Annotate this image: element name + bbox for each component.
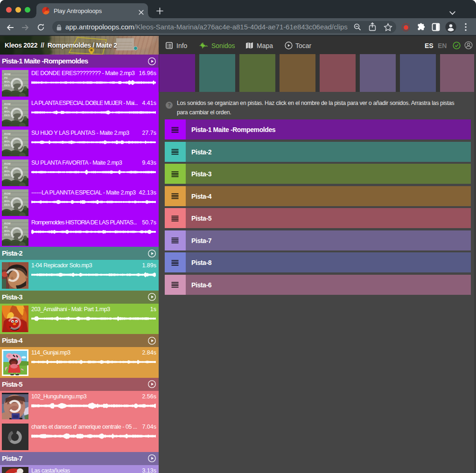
svg-text:MOL: MOL [4, 200, 10, 202]
svg-text:ROM: ROM [4, 73, 11, 76]
svg-text:ROM: ROM [4, 103, 11, 105]
svg-text:ROM: ROM [4, 162, 11, 165]
svg-text:PE: PE [4, 166, 8, 169]
svg-text:PE: PE [4, 226, 8, 229]
svg-text:ROM: ROM [4, 192, 11, 195]
svg-text:ROM: ROM [4, 132, 11, 135]
svg-text:MOL: MOL [4, 80, 10, 83]
svg-text:DES: DES [4, 84, 10, 87]
svg-text:MOL: MOL [4, 110, 10, 113]
svg-text:PE: PE [4, 196, 8, 199]
svg-text:PE: PE [4, 77, 8, 79]
svg-text:ROM: ROM [4, 222, 11, 225]
svg-text:MOL: MOL [4, 230, 10, 232]
svg-text:MOL: MOL [4, 140, 10, 143]
svg-text:DES: DES [4, 203, 10, 206]
svg-text:DES: DES [4, 144, 10, 146]
svg-text:DES: DES [4, 233, 10, 236]
svg-text:PE: PE [4, 136, 8, 139]
svg-text:MOL: MOL [4, 170, 10, 173]
svg-text:DES: DES [4, 174, 10, 176]
svg-text:PE: PE [4, 106, 8, 109]
svg-text:DES: DES [4, 114, 10, 117]
